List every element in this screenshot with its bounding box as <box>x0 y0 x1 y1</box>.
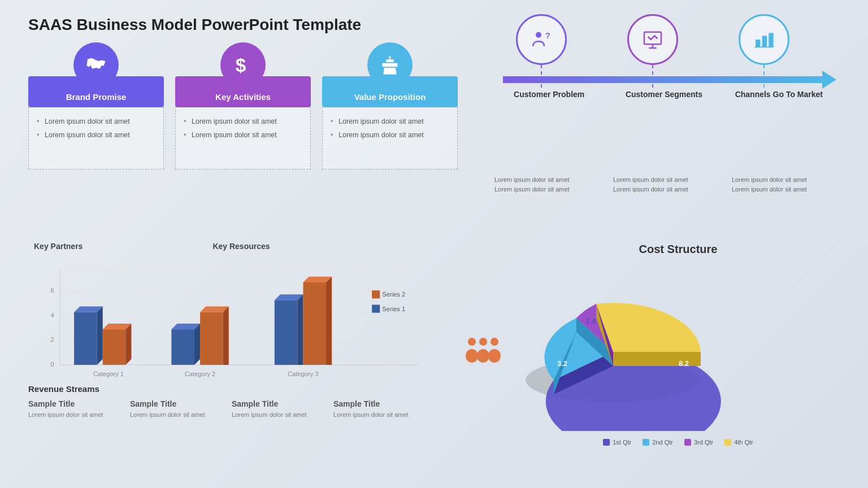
svg-rect-40 <box>372 305 380 313</box>
legend-dot-2 <box>643 439 649 446</box>
legend-dot-1 <box>603 439 610 446</box>
customer-segments-circle <box>627 14 678 65</box>
legend-dot-3 <box>684 439 691 446</box>
customer-problem-circle: ? <box>516 14 567 65</box>
key-activities-bullet-2: Lorem ipsum dolor sit amet <box>184 129 302 142</box>
channels-circle <box>739 14 789 65</box>
timeline-desc-blocks: Lorem ipsum dolor sit amet Lorem ipsum d… <box>486 175 842 194</box>
svg-rect-26 <box>200 312 223 365</box>
revenue-streams-section: Revenue Streams Sample Title Lorem ipsum… <box>28 384 458 419</box>
key-partners-label: Key Partners <box>34 242 83 251</box>
cost-structure-section: Cost Structure 8.2 3.2 1.4 1st Qtr <box>509 243 848 446</box>
bar-chart-svg: 0 2 4 6 Category 1 Category 2 Category <box>28 257 452 393</box>
svg-text:6: 6 <box>50 287 54 294</box>
cost-structure-title: Cost Structure <box>509 243 848 256</box>
brand-promise-body: Lorem ipsum dolor sit amet Lorem ipsum d… <box>28 107 164 169</box>
legend-2nd-qtr: 2nd Qtr <box>643 439 673 446</box>
svg-text:Category 3: Category 3 <box>288 371 318 377</box>
page-title: SAAS Business Model PowerPoint Template <box>28 16 361 34</box>
timeline-arrow <box>503 76 825 83</box>
handshake-icon <box>85 54 107 76</box>
svg-marker-19 <box>97 307 103 365</box>
dollar-icon: $ <box>232 54 254 76</box>
svg-text:3.2: 3.2 <box>557 359 567 368</box>
svg-point-1 <box>536 32 541 38</box>
value-proposition-body: Lorem ipsum dolor sit amet Lorem ipsum d… <box>322 107 458 169</box>
svg-text:?: ? <box>545 30 550 40</box>
bar-chart-container: 0 2 4 6 Category 1 Category 2 Category <box>28 257 452 393</box>
brand-promise-bullet-1: Lorem ipsum dolor sit amet <box>37 115 155 129</box>
timeline-labels: Customer Problem Customer Segments Chann… <box>486 90 842 99</box>
tdb-customer-problem: Lorem ipsum dolor sit amet Lorem ipsum d… <box>494 175 596 194</box>
chart-bar-icon <box>753 28 775 51</box>
people-group-icon <box>463 336 503 370</box>
svg-marker-22 <box>125 324 131 365</box>
key-resources-label: Key Resources <box>212 242 270 251</box>
pie-legend: 1st Qtr 2nd Qtr 3rd Qtr 4th Qtr <box>509 439 848 446</box>
svg-text:Category 2: Category 2 <box>185 371 215 377</box>
svg-text:Series 1: Series 1 <box>382 306 405 312</box>
svg-point-44 <box>491 338 498 346</box>
legend-1st-qtr: 1st Qtr <box>603 439 631 446</box>
svg-text:1.4: 1.4 <box>585 317 596 325</box>
legend-3rd-qtr: 3rd Qtr <box>684 439 713 446</box>
svg-rect-29 <box>275 300 298 365</box>
svg-marker-34 <box>326 277 332 365</box>
value-proposition-card: Value Proposition Lorem ipsum dolor sit … <box>322 42 458 169</box>
svg-point-43 <box>479 338 487 346</box>
cost-structure-pie: 8.2 3.2 1.4 <box>509 262 723 431</box>
svg-rect-17 <box>74 312 97 365</box>
value-proposition-bullet-2: Lorem ipsum dolor sit amet <box>331 129 449 142</box>
key-activities-body: Lorem ipsum dolor sit amet Lorem ipsum d… <box>175 107 311 169</box>
revenue-items: Sample Title Lorem ipsum dolor sit amet … <box>28 399 458 419</box>
svg-point-45 <box>466 349 478 363</box>
brand-promise-icon-circle <box>73 42 119 88</box>
legend-dot-4 <box>724 439 731 446</box>
svg-rect-20 <box>103 329 126 365</box>
svg-text:8.2: 8.2 <box>679 359 689 368</box>
revenue-item-4: Sample Title Lorem ipsum dolor sit amet <box>333 399 424 419</box>
people-icon-area <box>463 336 503 372</box>
svg-marker-31 <box>297 294 303 365</box>
label-customer-problem: Customer Problem <box>498 90 600 99</box>
label-customer-segments: Customer Segments <box>613 90 715 99</box>
svg-text:4: 4 <box>50 312 54 319</box>
svg-marker-28 <box>223 307 229 365</box>
brand-promise-bullet-2: Lorem ipsum dolor sit amet <box>37 129 155 142</box>
revenue-item-2: Sample Title Lorem ipsum dolor sit amet <box>130 399 220 419</box>
svg-text:$: $ <box>236 55 246 76</box>
revenue-item-1: Sample Title Lorem ipsum dolor sit amet <box>28 399 119 419</box>
key-activities-bullet-1: Lorem ipsum dolor sit amet <box>184 115 302 129</box>
key-activities-card: $ Key Activities Lorem ipsum dolor sit a… <box>175 42 311 169</box>
key-activities-icon-circle: $ <box>220 42 266 88</box>
svg-rect-4 <box>756 40 760 47</box>
svg-text:2: 2 <box>50 336 54 343</box>
svg-point-46 <box>477 349 489 363</box>
brand-promise-card: Brand Promise Lorem ipsum dolor sit amet… <box>28 42 164 169</box>
tdb-customer-segments: Lorem ipsum dolor sit amet Lorem ipsum d… <box>613 175 715 194</box>
top-cards-section: Brand Promise Lorem ipsum dolor sit amet… <box>28 42 458 169</box>
svg-marker-25 <box>194 324 200 365</box>
svg-rect-38 <box>372 290 380 298</box>
svg-text:0: 0 <box>50 361 54 368</box>
hand-gift-icon <box>379 54 401 76</box>
svg-rect-32 <box>303 282 326 365</box>
label-channels: Channels Go To Market <box>728 90 830 99</box>
svg-rect-6 <box>769 33 773 47</box>
value-proposition-icon-circle <box>367 42 413 88</box>
legend-4th-qtr: 4th Qtr <box>724 439 753 446</box>
people-question-icon: ? <box>530 28 553 51</box>
tdb-channels: Lorem ipsum dolor sit amet Lorem ipsum d… <box>732 175 834 194</box>
revenue-item-3: Sample Title Lorem ipsum dolor sit amet <box>232 399 322 419</box>
svg-point-42 <box>468 338 476 346</box>
revenue-streams-title: Revenue Streams <box>28 384 458 394</box>
svg-rect-23 <box>171 329 194 365</box>
svg-text:Category 1: Category 1 <box>93 371 124 377</box>
value-proposition-bullet-1: Lorem ipsum dolor sit amet <box>331 115 449 129</box>
monitor-icon <box>641 28 664 51</box>
svg-text:Series 2: Series 2 <box>382 291 405 298</box>
timeline-section: ? <box>486 45 842 99</box>
svg-rect-5 <box>762 36 766 47</box>
chart-labels-row: Key Partners Key Resources <box>34 242 270 251</box>
